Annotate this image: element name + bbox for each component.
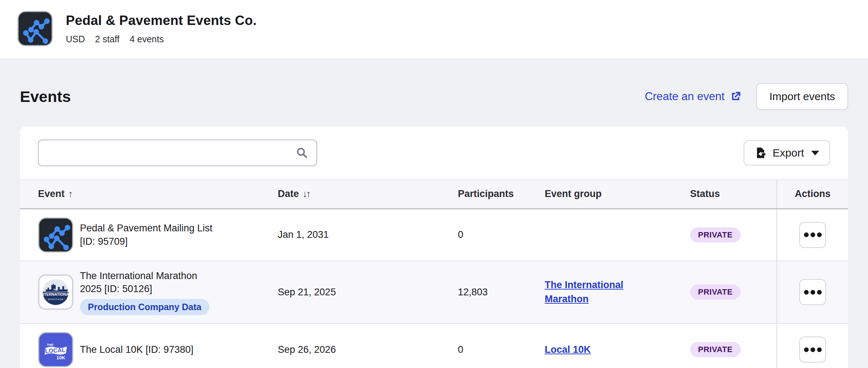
column-header-event[interactable]: Event↑ (20, 180, 278, 209)
search-field-wrap (38, 140, 317, 166)
row-actions-button[interactable] (799, 222, 826, 248)
ellipsis-icon (804, 290, 809, 295)
company-header: Pedal & Pavement Events Co. USD 2 staff … (0, 0, 868, 59)
table-row-local-10k: THE LOCAL 10K The Local 10K [ID: 97380] … (20, 324, 848, 368)
production-data-badge: Production Company Data (80, 299, 209, 315)
events-card: Export Event↑ Date↓↑ Participants Eve (20, 127, 848, 368)
event-name: Pedal & Pavement Mailing List [ID: 95709… (80, 222, 217, 248)
company-staff-count: 2 staff (95, 34, 120, 44)
card-toolbar: Export (20, 127, 848, 179)
svg-text:THE: THE (47, 343, 54, 347)
external-link-icon (729, 90, 742, 103)
import-events-button[interactable]: Import events (756, 83, 848, 110)
svg-text:10K: 10K (56, 355, 65, 360)
page-head: Events Create an event Import events (20, 83, 848, 110)
file-export-icon (754, 147, 767, 159)
events-table: Event↑ Date↓↑ Participants Event group S… (20, 179, 848, 368)
status-badge: PRIVATE (690, 342, 741, 357)
status-badge: PRIVATE (690, 284, 741, 300)
sort-both-icon: ↓↑ (303, 188, 310, 199)
row-actions-button[interactable] (799, 337, 826, 363)
event-name: The Local 10K [ID: 97380] (80, 343, 193, 356)
chevron-down-icon (811, 151, 819, 155)
company-meta: USD 2 staff 4 events (66, 34, 257, 44)
event-date: Jan 1, 2031 (278, 209, 458, 261)
company-name: Pedal & Pavement Events Co. (66, 13, 257, 28)
svg-text:THE: THE (53, 288, 58, 291)
table-header-row: Event↑ Date↓↑ Participants Event group S… (20, 180, 848, 209)
column-header-status: Status (690, 180, 777, 209)
page-title: Events (20, 88, 71, 106)
row-actions-button[interactable] (799, 279, 826, 305)
event-group-link[interactable]: The International Marathon (545, 278, 639, 306)
event-group (545, 209, 690, 261)
company-logo-network-icon (17, 11, 53, 46)
ellipsis-icon (804, 347, 809, 352)
event-date: Sep 26, 2026 (278, 324, 458, 368)
table-row-international-marathon: THE INTERNATIONAL · MARATHON · The Inter… (20, 261, 848, 324)
column-header-participants: Participants (458, 180, 545, 209)
event-logo-local10k-emblem: THE LOCAL 10K (38, 332, 73, 367)
event-participants: 0 (458, 209, 545, 261)
column-header-date[interactable]: Date↓↑ (278, 180, 458, 209)
create-event-link[interactable]: Create an event (645, 90, 742, 103)
events-page: Events Create an event Import events (0, 83, 868, 368)
page-head-actions: Create an event Import events (645, 83, 848, 110)
svg-text:· MARATHON ·: · MARATHON · (46, 298, 66, 301)
column-header-group: Event group (545, 180, 690, 209)
event-participants: 12,803 (458, 261, 545, 324)
column-header-actions: Actions (777, 180, 848, 209)
sort-asc-icon: ↑ (68, 188, 72, 199)
svg-text:LOCAL: LOCAL (45, 347, 65, 354)
search-input[interactable] (38, 140, 317, 166)
create-event-label: Create an event (645, 90, 725, 103)
export-button[interactable]: Export (744, 140, 830, 166)
event-group-link[interactable]: Local 10K (545, 343, 591, 357)
event-logo-network-icon (38, 217, 73, 253)
ellipsis-icon (804, 232, 809, 237)
status-badge: PRIVATE (690, 227, 741, 243)
company-currency: USD (66, 34, 85, 44)
event-logo-marathon-emblem: THE INTERNATIONAL · MARATHON · (38, 274, 73, 310)
company-info: Pedal & Pavement Events Co. USD 2 staff … (66, 13, 257, 44)
svg-text:INTERNATIONAL: INTERNATIONAL (40, 292, 72, 297)
event-name: The International Marathon 2025 [ID: 501… (80, 269, 217, 296)
table-row-mailing-list: Pedal & Pavement Mailing List [ID: 95709… (20, 209, 848, 261)
event-date: Sep 21, 2025 (278, 261, 458, 324)
event-participants: 0 (458, 324, 545, 368)
export-label: Export (773, 147, 804, 159)
company-events-count: 4 events (129, 34, 164, 44)
